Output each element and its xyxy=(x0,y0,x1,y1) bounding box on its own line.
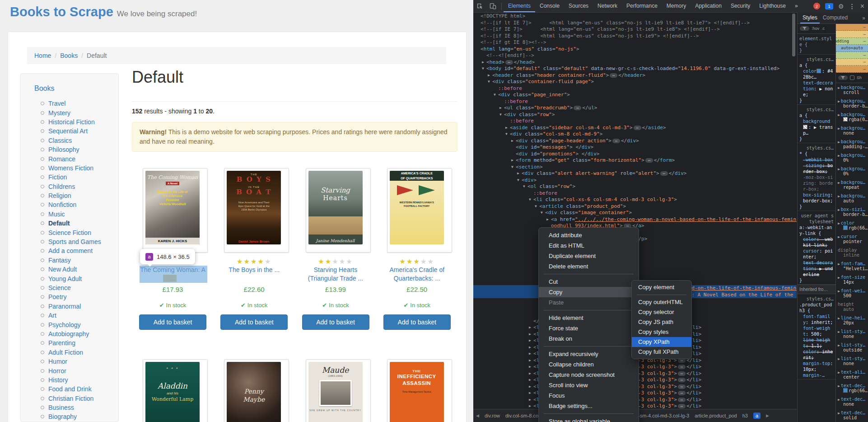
dom-tree-row[interactable]: <!--[if gt IE 8]><!--> xyxy=(473,39,797,46)
expand-arrow-icon[interactable]: ▶ xyxy=(838,262,840,266)
dom-tree-row[interactable]: <!--[if IE 8]> <html lang="en-us" class=… xyxy=(473,33,797,40)
dom-tree-row[interactable]: ▶<a href="../../../the-coming-woman-a-no… xyxy=(473,216,797,223)
sidebar-tab-styles[interactable]: Styles xyxy=(800,12,820,23)
computed-property[interactable]: ▶list-sty…none xyxy=(836,328,868,342)
sidebar-more-tabs-icon[interactable]: » xyxy=(862,15,868,21)
menu-item-scroll-into-view[interactable]: Scroll into view xyxy=(539,380,639,390)
sidebar-item-womens-fiction[interactable]: Womens Fiction xyxy=(41,164,118,173)
dom-tree-row[interactable]: <div id="messages"> </div> xyxy=(473,144,797,151)
tree-collapse-arrow-icon[interactable]: ▶ xyxy=(527,344,532,351)
tab-network[interactable]: Network xyxy=(593,0,622,12)
color-swatch[interactable] xyxy=(843,225,848,230)
computed-property[interactable]: ▶line-hei…20px xyxy=(836,314,868,328)
stylesheet-link[interactable]: styles.cs… xyxy=(799,145,834,151)
menu-item-focus[interactable]: Focus xyxy=(539,390,639,401)
dom-tree-row[interactable]: ::before xyxy=(473,190,797,197)
add-to-basket-button[interactable]: Add to basket xyxy=(383,314,451,330)
sidebar-item-science-fiction[interactable]: Science Fiction xyxy=(41,228,118,237)
dom-tree-row[interactable]: ▶<ul class="breadcrumb">…</ul> xyxy=(473,105,797,112)
book-cover-link[interactable]: StarvingHeartsJanine Mendenhall xyxy=(306,168,371,253)
computed-property[interactable]: ▶backgrou…0% xyxy=(836,165,868,179)
sidebar-item-music[interactable]: Music xyxy=(41,210,118,219)
expand-arrow-icon[interactable]: ▶ xyxy=(838,86,840,90)
dom-tree-row[interactable]: <!--[if IE 7]> <html lang="en-us" class=… xyxy=(473,26,797,33)
expand-arrow-icon[interactable]: ▶ xyxy=(838,140,840,144)
book-title-link[interactable]: The Boys in the ... xyxy=(220,266,288,274)
dom-tree-row[interactable]: ▼<div> xyxy=(473,177,797,184)
dom-tree-row[interactable]: ▼<article class="product_pod"> xyxy=(473,203,797,210)
tree-collapse-arrow-icon[interactable]: ▶ xyxy=(527,364,532,370)
sidebar-item-science[interactable]: Science xyxy=(41,283,118,292)
filter-toggle--hov[interactable]: :hov xyxy=(812,26,819,32)
expand-arrow-icon[interactable]: ▶ xyxy=(838,357,840,361)
tree-expand-arrow-icon[interactable]: ▼ xyxy=(527,197,532,203)
tab-application[interactable]: Application xyxy=(691,0,726,12)
book-cover-link[interactable]: THEINEFFICIENCYASSASSINTime Management T… xyxy=(387,359,452,422)
computed-property[interactable]: displayinline xyxy=(836,247,868,260)
issues-count-badge[interactable]: 1 xyxy=(825,3,833,9)
tree-expand-arrow-icon[interactable]: ▼ xyxy=(539,210,544,216)
expand-inline-icon[interactable]: … xyxy=(610,73,617,78)
computed-property[interactable]: ▶text-dec…solid xyxy=(836,409,868,422)
tab-performance[interactable]: Performance xyxy=(622,0,662,12)
dom-tree-row[interactable]: ▼<div class="container-fluid page"> xyxy=(473,79,797,85)
expand-arrow-icon[interactable]: ▶ xyxy=(838,370,840,375)
expand-arrow-icon[interactable]: ▶ xyxy=(838,343,840,347)
submenu-item-copy-outerhtml[interactable]: Copy outerHTML xyxy=(632,297,691,307)
expand-arrow-icon[interactable]: ▶ xyxy=(838,208,840,212)
dom-tree-row[interactable]: ::before xyxy=(473,85,797,92)
css-declaration[interactable]: -webkit-box-sizing: border-box; xyxy=(799,157,834,174)
tree-expand-arrow-icon[interactable]: ▼ xyxy=(498,112,503,118)
expand-inline-icon[interactable]: … xyxy=(678,384,686,389)
sidebar-item-paranormal[interactable]: Paranormal xyxy=(41,302,118,311)
submenu-item-copy-selector[interactable]: Copy selector xyxy=(632,307,691,317)
tree-collapse-arrow-icon[interactable]: ▶ xyxy=(486,72,491,79)
settings-gear-icon[interactable]: ⚙ xyxy=(838,3,844,10)
css-declaration[interactable]: color: -webkit-link; xyxy=(799,236,834,248)
tree-collapse-arrow-icon[interactable]: ▶ xyxy=(516,170,521,177)
dom-tree-row[interactable]: ▶<form method="get" class="form-horizont… xyxy=(473,157,797,164)
tree-collapse-arrow-icon[interactable]: ▶ xyxy=(527,370,532,377)
expand-inline-icon[interactable]: … xyxy=(505,60,513,65)
book-cover-link[interactable]: THEB O Y SIN THEB O A TNine Americans an… xyxy=(224,168,289,253)
color-swatch[interactable] xyxy=(817,69,821,73)
computed-property[interactable]: heightauto xyxy=(836,301,868,314)
add-to-basket-button[interactable]: Add to basket xyxy=(302,314,369,330)
submenu-item-copy-xpath[interactable]: Copy XPath xyxy=(632,337,691,347)
css-declaration[interactable]: color: #428bc… xyxy=(799,68,834,80)
tree-collapse-arrow-icon[interactable]: ▶ xyxy=(527,338,532,344)
tree-collapse-arrow-icon[interactable]: ▶ xyxy=(527,357,532,364)
dom-tree-row[interactable]: <!DOCTYPE html> xyxy=(473,13,797,20)
computed-property[interactable]: ▶text-ali…center xyxy=(836,369,868,382)
computed-property[interactable]: ▶backgrou…repeat xyxy=(836,179,868,192)
computed-property[interactable]: ▶box-sizi…border-b… xyxy=(836,206,868,220)
tree-expand-arrow-icon[interactable]: ▼ xyxy=(486,79,491,85)
sidebar-item-childrens[interactable]: Childrens xyxy=(41,182,118,191)
box-model-margin[interactable]: – xyxy=(836,66,868,72)
computed-property[interactable]: ▶cursorpointer xyxy=(836,233,868,247)
menu-item-edit-as-html[interactable]: Edit as HTML xyxy=(539,240,639,251)
book-cover-link[interactable]: ✦ ✦ ✦Aladdinand hisWonderful Lamp xyxy=(143,359,208,422)
computed-property[interactable]: ▶colorrgb(66… xyxy=(836,220,868,233)
tree-expand-arrow-icon[interactable]: ▼ xyxy=(510,164,515,171)
device-toolbar-icon[interactable] xyxy=(486,3,499,9)
expand-arrow-icon[interactable]: ▶ xyxy=(838,384,840,388)
dom-tree-row[interactable]: <!--[if lt IE 7]> <html lang="en-us" cla… xyxy=(473,20,797,27)
tree-collapse-arrow-icon[interactable]: ▶ xyxy=(527,377,532,384)
expand-inline-icon[interactable]: … xyxy=(678,398,686,402)
expand-inline-icon[interactable]: … xyxy=(678,365,686,369)
sidebar-item-romance[interactable]: Romance xyxy=(41,154,118,163)
tree-collapse-arrow-icon[interactable]: ▶ xyxy=(510,138,515,145)
tree-expand-arrow-icon[interactable]: ▼ xyxy=(504,131,509,138)
css-declaration[interactable]: font-weight: 500; xyxy=(799,325,834,337)
crumb-scroll-left-icon[interactable]: ◀ xyxy=(476,413,479,418)
expand-arrow-icon[interactable]: ▶ xyxy=(838,398,840,402)
tree-expand-arrow-icon[interactable]: ▼ xyxy=(481,66,485,72)
computed-property[interactable]: ▶backgrou…border-b… xyxy=(836,98,868,111)
breadcrumb-books[interactable]: Books xyxy=(60,52,78,59)
box-model-content[interactable]: auto×auto xyxy=(836,45,868,52)
dom-tree-row[interactable]: <!--<![endif]--> xyxy=(473,52,797,59)
book-title-link[interactable]: Starving Hearts(Triangular Trade ... xyxy=(302,266,369,282)
dom-tree-row[interactable]: ▼<div class="row"> xyxy=(473,112,797,118)
menu-item-copy[interactable]: Copy› xyxy=(539,287,639,297)
